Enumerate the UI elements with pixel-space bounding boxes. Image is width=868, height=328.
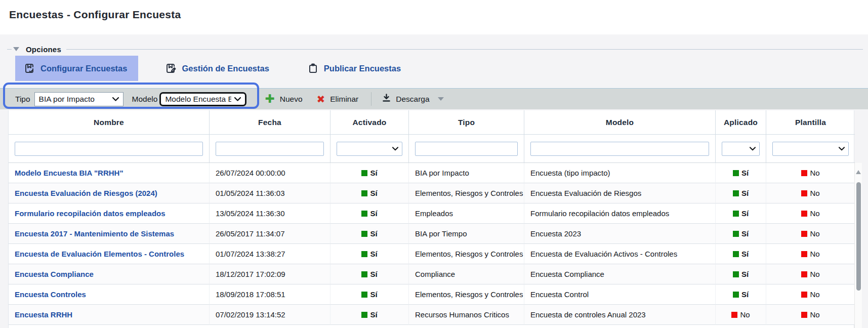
status-square-icon <box>801 312 807 318</box>
cell-activado: Sí <box>330 203 409 224</box>
cell-nombre: Formulario recopilación datos empleados <box>9 203 210 224</box>
bookmark-edit-icon <box>165 63 176 74</box>
cell-modelo: Encuesta 2023 <box>524 224 716 244</box>
tab-gestion-de-encuestas[interactable]: Gestión de Encuestas <box>156 56 280 81</box>
status-text: No <box>810 189 819 197</box>
cell-aplicado: No <box>716 305 766 325</box>
tipo-select[interactable]: BIA por Impacto <box>34 92 123 106</box>
scrollbar-thumb[interactable] <box>856 182 861 291</box>
tab-configurar-encuestas[interactable]: Configurar Encuestas <box>15 56 138 81</box>
cell-modelo: Encuesta (tipo impacto) <box>524 163 716 183</box>
cell-fecha: 13/05/2024 11:36:30 <box>210 203 330 224</box>
cell-tipo: Elementos, Riesgos y Controles <box>409 284 524 305</box>
app-window: Encuestas - Configurar Encuesta Opciones… <box>0 0 868 328</box>
encuesta-link[interactable]: Encuesta Controles <box>15 290 86 299</box>
clipboard-icon <box>307 63 318 74</box>
cell-tipo: BIA por Impacto <box>409 163 524 183</box>
tipo-label: Tipo <box>15 95 30 104</box>
encuesta-link[interactable]: Encuesta RRHH <box>15 310 72 319</box>
encuesta-link[interactable]: Encuesta Compliance <box>15 270 94 278</box>
filter-aplicado-select[interactable] <box>722 142 760 156</box>
filter-modelo-input[interactable] <box>530 142 709 156</box>
chevron-down-icon <box>112 97 119 101</box>
cell-aplicado: Sí <box>716 224 766 244</box>
vertical-scrollbar[interactable] <box>854 163 862 328</box>
status-square-icon <box>733 292 739 298</box>
download-icon <box>382 94 391 104</box>
column-header-aplicado[interactable]: Aplicado <box>716 110 766 135</box>
table-header-row: Nombre Fecha Activado Tipo Modelo Aplica… <box>9 110 854 135</box>
options-label: Opciones <box>26 45 61 54</box>
table-row[interactable]: Encuesta Compliance 18/12/2017 17:02:09 … <box>9 264 854 284</box>
filter-plantilla-select[interactable] <box>772 142 849 156</box>
status-text: Sí <box>741 270 749 278</box>
status-text: Sí <box>370 229 377 238</box>
cell-aplicado: Sí <box>716 163 766 183</box>
cell-plantilla: No <box>766 305 855 325</box>
modelo-label: Modelo <box>132 95 158 104</box>
chevron-down-icon <box>392 147 398 151</box>
cell-modelo: Encuesta Compliance <box>524 264 716 284</box>
cell-activado: Sí <box>330 224 409 244</box>
status-text: No <box>740 310 750 319</box>
column-header-plantilla[interactable]: Plantilla <box>766 110 855 135</box>
table-row[interactable]: Encuesta RRHH 07/02/2019 13:14:52 Sí Rec… <box>9 305 854 325</box>
column-header-fecha[interactable]: Fecha <box>210 110 330 135</box>
status-text: Sí <box>370 209 377 218</box>
filter-activado-select[interactable] <box>337 142 402 156</box>
cell-plantilla: No <box>766 183 855 203</box>
status-square-icon <box>361 312 367 318</box>
scroll-up-arrow-icon[interactable] <box>856 170 861 174</box>
table-row[interactable]: Encuesta 2017 - Mantenimiento de Sistema… <box>9 224 854 244</box>
status-text: No <box>810 310 819 319</box>
collapse-triangle-icon[interactable] <box>13 47 19 51</box>
nuevo-button[interactable]: ✚ Nuevo <box>265 93 302 105</box>
chevron-down-icon <box>234 97 241 101</box>
column-header-modelo[interactable]: Modelo <box>524 110 716 135</box>
cell-modelo: Encuesta de controles Anual 2023 <box>524 305 716 325</box>
chevron-down-icon <box>839 147 845 151</box>
cell-fecha: 01/05/2024 11:36:03 <box>210 183 330 203</box>
encuesta-link[interactable]: Encuesta de Evaluación Elementos - Contr… <box>15 250 184 258</box>
status-square-icon <box>361 271 367 277</box>
status-square-icon <box>733 170 739 176</box>
table-row[interactable]: Formulario recopilación datos empleados … <box>9 203 854 224</box>
cell-nombre: Encuesta RRHH <box>9 305 210 325</box>
encuesta-link[interactable]: Encuesta 2017 - Mantenimiento de Sistema… <box>15 229 174 238</box>
descarga-button[interactable]: Descarga <box>382 94 443 104</box>
descarga-button-label: Descarga <box>396 95 429 104</box>
status-text: No <box>810 270 819 278</box>
status-square-icon <box>801 292 807 298</box>
table-row[interactable]: Encuesta de Evaluación Elementos - Contr… <box>9 244 854 264</box>
status-square-icon <box>801 231 807 237</box>
cell-activado: Sí <box>330 163 409 183</box>
caret-down-icon <box>438 97 444 101</box>
modelo-select[interactable]: Modelo Encuesta E <box>159 92 246 106</box>
table-row[interactable]: Modelo Encuesta BIA "RRHH" 26/07/2024 00… <box>9 163 854 183</box>
encuesta-link[interactable]: Modelo Encuesta BIA "RRHH" <box>15 169 123 177</box>
filter-nombre-input[interactable] <box>15 142 203 156</box>
status-square-icon <box>731 312 737 318</box>
cell-fecha: 01/07/2024 13:38:27 <box>210 244 330 264</box>
status-square-icon <box>361 251 367 257</box>
x-icon: ✖ <box>317 94 325 104</box>
table-filter-row <box>9 135 854 163</box>
encuesta-link[interactable]: Encuesta Evaluación de Riesgos (2024) <box>15 189 157 197</box>
table-row[interactable]: Encuesta Evaluación de Riesgos (2024) 01… <box>9 183 854 203</box>
cell-nombre: Encuesta de Evaluación Elementos - Contr… <box>9 244 210 264</box>
page-title: Encuestas - Configurar Encuesta <box>0 0 868 21</box>
cell-plantilla: No <box>766 284 855 305</box>
column-header-activado[interactable]: Activado <box>330 110 409 135</box>
tab-publicar-encuestas[interactable]: Publicar Encuestas <box>299 56 412 81</box>
encuesta-link[interactable]: Formulario recopilación datos empleados <box>15 209 166 218</box>
filter-fecha-input[interactable] <box>216 142 324 156</box>
table-row[interactable]: Encuesta Controles 18/09/2018 17:08:51 S… <box>9 284 854 305</box>
status-square-icon <box>361 170 367 176</box>
filter-tipo-input[interactable] <box>415 142 518 156</box>
column-header-tipo[interactable]: Tipo <box>409 110 524 135</box>
eliminar-button[interactable]: ✖ Eliminar <box>317 94 359 104</box>
cell-aplicado: Sí <box>716 264 766 284</box>
cell-activado: Sí <box>330 244 409 264</box>
column-header-nombre[interactable]: Nombre <box>9 110 210 135</box>
status-text: Sí <box>741 290 749 299</box>
